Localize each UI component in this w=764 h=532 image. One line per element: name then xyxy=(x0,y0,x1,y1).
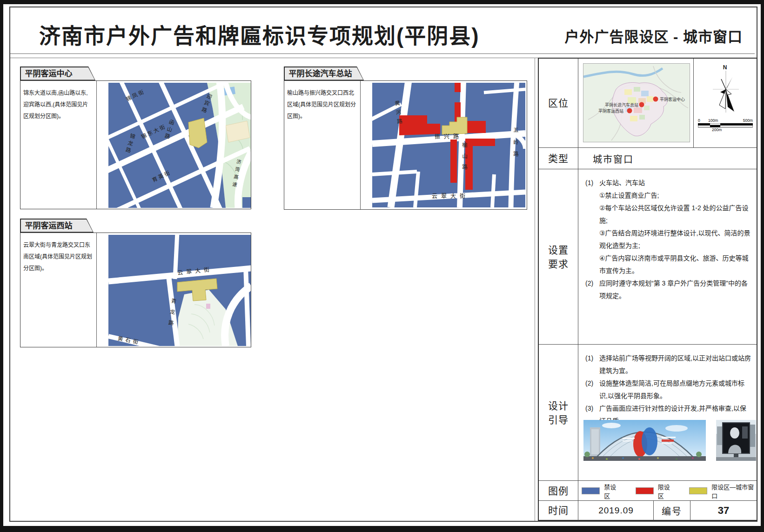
panel-tab: 平阴客运西站 xyxy=(20,219,94,233)
row-label: 设计 引导 xyxy=(539,345,578,481)
plan-sheet: 济南市户外广告和牌匾标识专项规划(平阴县) 户外广告限设区 - 城市窗口 平阴客… xyxy=(0,0,764,532)
page-subtitle: 户外广告限设区 - 城市窗口 xyxy=(564,25,743,46)
street-label: 五岭路 xyxy=(512,127,519,163)
panel-tab: 平阴客运中心 xyxy=(20,66,95,80)
info-table: 区位 xyxy=(538,58,757,521)
sidebar-left-rule xyxy=(535,58,535,521)
legend-swatch-window xyxy=(689,487,707,494)
panel-body: 锦东大道以南,函山路以东,迎宾路以西,(具体范围见片区规划分区图)。 xyxy=(20,80,251,209)
legend: 禁设区 限设区 限设区—城市窗口 xyxy=(582,481,757,501)
photo-billboard-example xyxy=(716,420,756,461)
panel-description: 云翠大街与青龙路交叉口东南区域(具体范围见片区规划分区图)。 xyxy=(20,233,97,347)
map-passenger-center: 锦凤街 锦东大街 育英街 锦龙路 函山路 迎宾路 济菏高速 xyxy=(97,81,251,209)
row-type: 类型 城市窗口 xyxy=(539,147,757,169)
panel-tab-title: 平阴客运西站 xyxy=(21,219,93,232)
panel-description: 锦东大道以南,函山路以东,迎宾路以西,(具体范围见片区规划分区图)。 xyxy=(20,81,97,209)
scale-100m: 100m xyxy=(708,118,718,123)
row-requirements: 设置 要求 (1) 火车站、汽车站 ①禁止设置商业广告; ②每个车站公共区域仅允… xyxy=(539,169,757,345)
item-text: 应同时遵守本规划“第 3 章户外广告分类管理”中的各项规定。 xyxy=(599,277,751,302)
row-label: 时间 xyxy=(539,501,578,520)
legend-label: 禁设区 xyxy=(604,482,621,500)
item-text: 选择站前广场等视野开阔的区域,以正对出站口或站房建筑为宜。 xyxy=(599,352,751,377)
locator-label-terminal: 平阴长途汽车总站 xyxy=(605,102,638,108)
locator-cell: 平阴长途汽车总站 平阴客运中心 平阴客运西站 xyxy=(579,59,694,147)
sheet-number-value: 37 xyxy=(690,501,757,520)
row-design-guidance: 设计 引导 (1) 选择站前广场等视野开阔的区域,以正对出站口或站房建筑为宜。 … xyxy=(539,344,757,481)
compass-rose-icon xyxy=(711,70,741,116)
legend-swatch-prohibited xyxy=(582,487,600,494)
item-text: ①禁止设置商业广告; xyxy=(599,189,751,202)
map-graphic xyxy=(108,235,251,346)
street-label: 云翠大街 xyxy=(432,192,469,200)
legend-swatch-restricted xyxy=(636,487,654,494)
guidance-item: (1) 选择站前广场等视野开阔的区域,以正对出站口或站房建筑为宜。 xyxy=(585,352,751,377)
scale-bar: 0 100m 500m 200m xyxy=(698,118,753,129)
item-text: 火车站、汽车站 xyxy=(599,177,751,189)
page-title: 济南市户外广告和牌匾标识专项规划(平阴县) xyxy=(39,19,480,49)
photo-station-example xyxy=(583,420,706,461)
locator-label-west: 平阴客运西站 xyxy=(598,108,623,114)
legend-label: 限设区 xyxy=(658,482,675,500)
map-west-station: 云翠大街 青龙路 黄石街 xyxy=(97,233,251,347)
requirement-item: (1) 火车站、汽车站 xyxy=(585,177,751,189)
compass-cell: N 0 100m xyxy=(693,59,757,147)
requirement-item: ①禁止设置商业广告; xyxy=(599,189,751,202)
panel-passenger-center: 平阴客运中心 锦东大道以南,函山路以东,迎宾路以西,(具体范围见片区规划分区图)… xyxy=(20,66,251,209)
row-legend: 图例 禁设区 限设区 限设区—城市窗口 xyxy=(539,480,757,501)
scale-0: 0 xyxy=(698,118,700,123)
requirement-item: (2) 应同时遵守本规划“第 3 章户外广告分类管理”中的各项规定。 xyxy=(585,277,751,302)
panel-tab: 平阴长途汽车总站 xyxy=(284,66,364,80)
item-text: ④广告内容以济南市或平阴县文化、旅游、历史等城市宣传为主。 xyxy=(599,252,751,277)
panel-bus-terminal: 平阴长途汽车总站 榆山路与振兴路交叉口西北区域(具体范围见片区规划分区图)。 xyxy=(284,66,527,210)
requirement-item: ③广告结合周边环境进行整体设计,以现代、简洁的景观化造型为主; xyxy=(599,227,751,252)
row-label: 设置 要求 xyxy=(539,169,578,345)
date-value: 2019.09 xyxy=(579,501,653,520)
item-number: (1) xyxy=(585,352,599,377)
guidance-item: (2) 设施整体造型简洁,可在局部点缀地方元素或城市标识,以强化平阴县形象。 xyxy=(585,377,751,402)
scale-200m: 200m xyxy=(712,127,722,132)
item-number: (2) xyxy=(585,277,599,302)
street-label: 振兴路 xyxy=(435,132,462,140)
panel-tab-title: 平阴客运中心 xyxy=(21,67,95,80)
scale-bar-graphic xyxy=(698,123,753,128)
type-value: 城市窗口 xyxy=(593,148,634,169)
map-bus-terminal: 黄河路 振兴路 榆山路 五岭路 云翠大街 xyxy=(361,81,527,209)
panel-body: 云翠大街与青龙路交叉口东南区域(具体范围见片区规划分区图)。 xyxy=(20,233,251,347)
row-date: 时间 2019.09 编号 37 xyxy=(539,500,757,520)
requirement-item: ②每个车站公共区域仅允许设置 1-2 处的公益广告设施; xyxy=(599,202,751,227)
panel-body: 榆山路与振兴路交叉口西北区域(具体范围见片区规划分区图)。 xyxy=(284,80,527,210)
scale-500m: 500m xyxy=(743,118,753,123)
row-label: 图例 xyxy=(539,481,578,501)
requirement-item: ④广告内容以济南市或平阴县文化、旅游、历史等城市宣传为主。 xyxy=(599,252,751,277)
guidance-list: (1) 选择站前广场等视野开阔的区域,以正对出站口或站房建筑为宜。 (2) 设施… xyxy=(579,345,757,427)
requirements-list: (1) 火车站、汽车站 ①禁止设置商业广告; ②每个车站公共区域仅允许设置 1-… xyxy=(579,169,757,302)
locator-label-center: 平阴客运中心 xyxy=(660,96,685,102)
panel-west-station: 平阴客运西站 云翠大街与青龙路交叉口东南区域(具体范围见片区规划分区图)。 xyxy=(20,219,251,347)
item-text: ③广告结合周边环境进行整体设计,以现代、简洁的景观化造型为主; xyxy=(599,227,751,252)
panel-description: 榆山路与振兴路交叉口西北区域(具体范围见片区规划分区图)。 xyxy=(284,81,361,209)
header: 济南市户外广告和牌匾标识专项规划(平阴县) 户外广告限设区 - 城市窗口 xyxy=(10,7,755,54)
row-location: 区位 xyxy=(539,59,757,147)
item-number: (2) xyxy=(585,377,599,402)
sheet-number-label: 编号 xyxy=(653,501,690,520)
item-text: 设施整体造型简洁,可在局部点缀地方元素或城市标识,以强化平阴县形象。 xyxy=(599,377,751,402)
item-number: (1) xyxy=(585,177,599,189)
row-label: 类型 xyxy=(539,148,578,169)
row-label: 区位 xyxy=(539,59,578,147)
locator-map: 平阴长途汽车总站 平阴客运中心 平阴客运西站 xyxy=(583,63,690,142)
panel-tab-title: 平阴长途汽车总站 xyxy=(285,67,363,80)
legend-label: 限设区—城市窗口 xyxy=(711,482,757,500)
street-label: 榆山路 xyxy=(461,142,468,175)
item-text: ②每个车站公共区域仅允许设置 1-2 处的公益广告设施; xyxy=(599,202,751,227)
